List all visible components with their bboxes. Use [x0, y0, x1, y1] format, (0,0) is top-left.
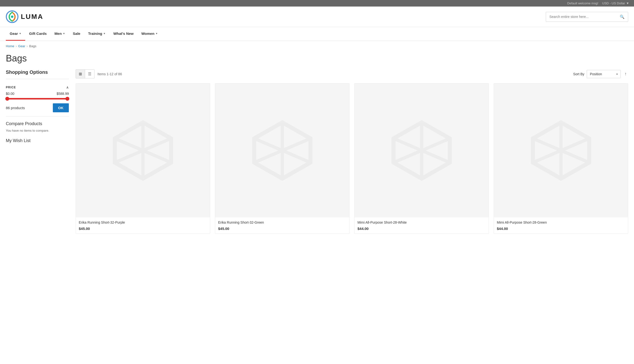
breadcrumb-home[interactable]: Home — [6, 44, 14, 48]
range-thumb-left[interactable] — [5, 97, 9, 101]
range-fill — [6, 98, 69, 100]
price-collapse-icon: ∧ — [66, 86, 69, 89]
nav-training-chevron-icon: ▼ — [103, 32, 106, 35]
product-image — [494, 84, 628, 217]
placeholder-image-icon — [103, 110, 183, 191]
nav-item-women[interactable]: Women ▼ — [137, 27, 162, 41]
nav-whats-new-label: What's New — [113, 32, 134, 36]
price-range-slider[interactable] — [6, 98, 69, 100]
price-filter-header[interactable]: PRICE ∧ — [6, 83, 69, 92]
currency-chevron-icon: ▼ — [626, 2, 629, 5]
logo-text: LUMA — [21, 13, 43, 20]
nav-gear-chevron-icon: ▼ — [19, 32, 21, 35]
currency-selector[interactable]: USD - US Dollar ▼ — [602, 2, 629, 5]
grid-icon: ⊞ — [79, 72, 82, 76]
range-thumb-right[interactable] — [65, 97, 69, 101]
nav-men-chevron-icon: ▼ — [63, 32, 65, 35]
currency-label: USD - US Dollar — [602, 2, 625, 5]
nav-gear-label: Gear — [10, 32, 18, 36]
product-card[interactable]: Erika Running Short-32-Purple $45.00 — [76, 83, 210, 234]
product-price: $44.00 — [497, 226, 625, 231]
nav-sale-label: Sale — [73, 32, 80, 36]
wishlist-section: My Wish List — [6, 138, 69, 143]
items-count: Items 1-12 of 86 — [97, 72, 122, 76]
welcome-message: Default welcome msg! — [567, 2, 598, 5]
nav-item-gear[interactable]: Gear ▼ — [6, 27, 25, 41]
placeholder-image-icon — [242, 110, 323, 191]
grid-view-button[interactable]: ⊞ — [76, 70, 85, 78]
search-icon: 🔍 — [620, 15, 624, 19]
nav-item-whats-new[interactable]: What's New — [110, 27, 138, 41]
product-card[interactable]: Erika Running Short-32-Green $45.00 — [215, 83, 349, 234]
main-nav: Gear ▼ Gift Cards Men ▼ Sale Training ▼ … — [0, 27, 634, 41]
product-card[interactable]: Mimi All-Purpose Short-28-Green $44.00 — [494, 83, 628, 234]
product-image — [355, 84, 489, 217]
wishlist-title: My Wish List — [6, 138, 69, 143]
product-info: Mimi All-Purpose Short-28-White $44.00 — [355, 217, 489, 234]
product-name: Mimi All-Purpose Short-28-Green — [497, 220, 625, 225]
product-info: Erika Running Short-32-Purple $45.00 — [76, 217, 210, 234]
search-input[interactable] — [546, 12, 616, 21]
list-icon: ☰ — [88, 72, 91, 76]
price-filter-label: PRICE — [6, 86, 16, 89]
product-grid: Erika Running Short-32-Purple $45.00 Eri… — [76, 83, 628, 234]
toolbar: ⊞ ☰ Items 1-12 of 86 Sort By Position Pr… — [76, 70, 628, 78]
sort-direction-button[interactable]: ↑ — [623, 70, 628, 78]
breadcrumb-sep-1: › — [16, 44, 17, 48]
header: LUMA 🔍 — [0, 6, 634, 27]
placeholder-image-icon — [381, 110, 462, 191]
product-count: 86 products — [6, 106, 25, 110]
product-card[interactable]: Mimi All-Purpose Short-28-White $44.00 — [354, 83, 489, 234]
sort-select-wrapper[interactable]: Position Product Name Price — [587, 70, 621, 78]
page-title: Bags — [0, 51, 634, 70]
sort-label: Sort By — [573, 72, 584, 76]
sidebar-divider — [6, 79, 69, 79]
price-max: $588.99 — [57, 92, 69, 96]
compare-text: You have no items to compare. — [6, 129, 69, 132]
toolbar-right: Sort By Position Product Name Price ↑ — [573, 70, 628, 78]
product-name: Mimi All-Purpose Short-28-White — [357, 220, 486, 225]
breadcrumb: Home › Gear › Bags — [0, 41, 634, 51]
sidebar: Shopping Options PRICE ∧ $0.00 $588.99 8… — [6, 70, 69, 234]
toolbar-left: ⊞ ☰ Items 1-12 of 86 — [76, 70, 122, 78]
ok-button[interactable]: OK — [53, 103, 69, 112]
sort-direction-icon: ↑ — [624, 72, 627, 76]
compare-section: Compare Products You have no items to co… — [6, 121, 69, 132]
nav-gift-cards-label: Gift Cards — [29, 32, 47, 36]
main-content: Shopping Options PRICE ∧ $0.00 $588.99 8… — [0, 70, 634, 244]
product-info: Mimi All-Purpose Short-28-Green $44.00 — [494, 217, 628, 234]
sidebar-divider-2 — [6, 116, 69, 116]
nav-training-label: Training — [88, 32, 102, 36]
list-view-button[interactable]: ☰ — [85, 70, 94, 78]
price-min: $0.00 — [6, 92, 14, 96]
price-range-values: $0.00 $588.99 — [6, 92, 69, 96]
compare-title: Compare Products — [6, 121, 69, 126]
product-count-row: 86 products OK — [6, 103, 69, 112]
nav-item-gift-cards[interactable]: Gift Cards — [25, 27, 51, 41]
nav-women-label: Women — [141, 32, 154, 36]
placeholder-image-icon — [521, 110, 601, 191]
search-button[interactable]: 🔍 — [616, 12, 628, 22]
breadcrumb-sep-2: › — [27, 44, 28, 48]
nav-item-training[interactable]: Training ▼ — [84, 27, 109, 41]
nav-men-label: Men — [55, 32, 62, 36]
logo[interactable]: LUMA — [6, 10, 43, 23]
product-image — [215, 84, 349, 217]
nav-item-men[interactable]: Men ▼ — [51, 27, 69, 41]
top-bar: Default welcome msg! USD - US Dollar ▼ — [0, 0, 634, 6]
nav-women-chevron-icon: ▼ — [155, 32, 158, 35]
product-price: $45.00 — [218, 226, 346, 231]
shopping-options-title: Shopping Options — [6, 70, 69, 75]
product-name: Erika Running Short-32-Purple — [79, 220, 207, 225]
search-bar[interactable]: 🔍 — [546, 12, 628, 22]
svg-point-1 — [11, 16, 13, 18]
products-area: ⊞ ☰ Items 1-12 of 86 Sort By Position Pr… — [76, 70, 628, 234]
product-price: $44.00 — [357, 226, 486, 231]
breadcrumb-bags: Bags — [29, 44, 36, 48]
breadcrumb-gear[interactable]: Gear — [18, 44, 25, 48]
nav-item-sale[interactable]: Sale — [69, 27, 84, 41]
product-name: Erika Running Short-32-Green — [218, 220, 346, 225]
logo-icon — [6, 10, 19, 23]
product-price: $45.00 — [79, 226, 207, 231]
sort-select[interactable]: Position Product Name Price — [587, 70, 621, 78]
